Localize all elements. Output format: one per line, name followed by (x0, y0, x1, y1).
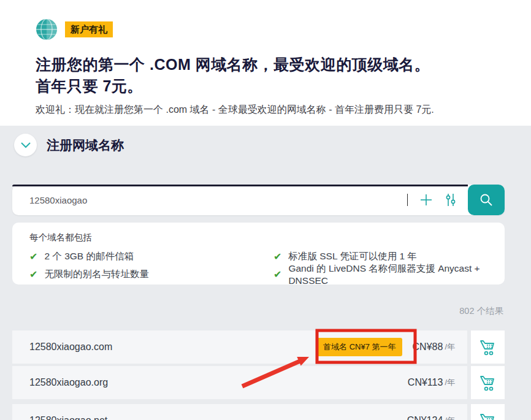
hero-banner: 新户有礼 注册您的第一个 .COM 网域名称，最受欢迎的顶级域名。 首年只要 7… (0, 0, 531, 126)
domain-row-main[interactable]: 12580xiaogao.net CN¥124 /年 (12, 404, 467, 420)
domain-price: CN¥113 (408, 377, 443, 388)
feature-label: 标准版 SSL 凭证可以使用 1 年 (288, 250, 417, 263)
domain-result-row: 12580xiaogao.net CN¥124 /年 (12, 404, 505, 420)
domain-name: 12580xiaogao.com (29, 342, 317, 353)
domain-search-input[interactable] (12, 195, 407, 205)
page-title: 注册您的第一个 .COM 网域名称，最受欢迎的顶级域名。 首年只要 7元。 (36, 54, 519, 97)
page-subtitle: 欢迎礼：现在就注册您第一个 .com 域名 - 全球最受欢迎的网域名称 - 首年… (36, 104, 519, 116)
text-caret (407, 194, 408, 206)
first-year-promo-badge: 首域名 CN¥7 第一年 (317, 338, 402, 356)
check-icon: ✔ (29, 251, 37, 262)
check-icon: ✔ (29, 269, 37, 280)
price-period: /年 (445, 342, 455, 353)
price-period: /年 (445, 415, 455, 420)
plus-icon (419, 193, 433, 207)
results-count: 802 个结果 (12, 305, 505, 317)
feature-item: ✔ 2 个 3GB 的邮件信箱 (29, 250, 273, 263)
add-domain-button[interactable] (414, 188, 438, 212)
domain-row-main[interactable]: 12580xiaogao.org CN¥113 /年 (12, 366, 467, 399)
domain-results-list: 12580xiaogao.com 首域名 CN¥7 第一年 CN¥88 /年 (12, 330, 505, 420)
domain-search-bar (12, 185, 505, 215)
domain-row-main[interactable]: 12580xiaogao.com 首域名 CN¥7 第一年 CN¥88 /年 (12, 330, 467, 364)
included-features-card: 每个域名都包括 ✔ 2 个 3GB 的邮件信箱 ✔ 无限制的别名与转址数量 ✔ … (12, 223, 505, 284)
section-title: 注册网域名称 (47, 137, 124, 154)
cart-icon (479, 373, 497, 392)
globe-icon (36, 18, 58, 40)
filter-options-button[interactable] (438, 188, 463, 212)
feature-label: 无限制的别名与转址数量 (44, 268, 149, 281)
domain-search-section: 注册网域名称 每个域名都包括 (0, 126, 531, 420)
domain-name: 12580xiaogao.org (29, 377, 408, 388)
add-to-cart-button[interactable] (471, 366, 505, 399)
promo-badge: 新户有礼 (65, 21, 113, 37)
feature-item: ✔ 标准版 SSL 凭证可以使用 1 年 (273, 250, 487, 263)
feature-item: ✔ 无限制的别名与转址数量 (29, 267, 273, 281)
domain-result-row: 12580xiaogao.com 首域名 CN¥7 第一年 CN¥88 /年 (12, 330, 505, 364)
search-button[interactable] (468, 185, 505, 215)
section-header: 注册网域名称 (12, 134, 505, 156)
price-period: /年 (445, 377, 455, 388)
cart-icon (479, 411, 497, 420)
collapse-toggle-button[interactable] (14, 134, 37, 156)
add-to-cart-button[interactable] (471, 330, 505, 364)
search-bar-accent (12, 185, 468, 186)
feature-label: Gandi 的 LiveDNS 名称伺服器支援 Anycast + DNSSEC (288, 262, 487, 286)
sliders-filter-icon (444, 193, 457, 207)
cart-icon (479, 338, 497, 356)
check-icon: ✔ (273, 269, 281, 280)
check-icon: ✔ (273, 251, 281, 262)
chevron-down-icon (21, 142, 31, 148)
feature-label: 2 个 3GB 的邮件信箱 (44, 250, 134, 263)
features-heading: 每个域名都包括 (29, 232, 487, 243)
domain-price: CN¥124 (407, 415, 443, 420)
domain-price: CN¥88 (413, 342, 443, 353)
page-title-line2: 首年只要 7元。 (36, 77, 143, 94)
add-to-cart-button[interactable] (471, 404, 505, 420)
search-icon (479, 193, 494, 207)
page-title-line1: 注册您的第一个 .COM 网域名称，最受欢迎的顶级域名。 (36, 56, 430, 73)
domain-result-row: 12580xiaogao.org CN¥113 /年 (12, 366, 505, 399)
feature-item: ✔ Gandi 的 LiveDNS 名称伺服器支援 Anycast + DNSS… (273, 267, 487, 281)
domain-name: 12580xiaogao.net (29, 415, 407, 420)
